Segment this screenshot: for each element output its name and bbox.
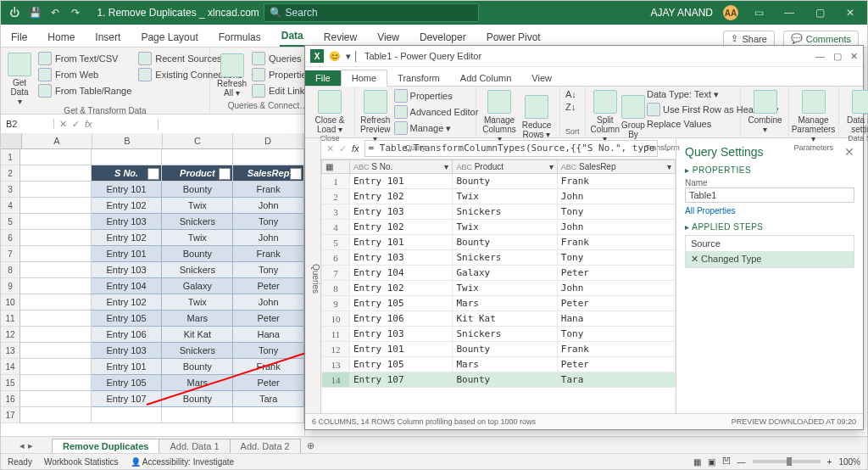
accept-formula-icon[interactable]: ✓ (72, 119, 80, 130)
all-properties-link[interactable]: All Properties (685, 206, 854, 215)
redo-icon[interactable]: ↷ (65, 3, 86, 22)
cell[interactable] (20, 214, 92, 230)
pq-cancel-icon[interactable]: ✕ (326, 143, 334, 154)
user-avatar[interactable]: AA (723, 5, 738, 20)
pq-cell[interactable]: Frank (557, 342, 675, 357)
from-web[interactable]: From Web (38, 67, 131, 82)
refresh-preview-button[interactable]: Refresh Preview ▾ (360, 90, 391, 143)
cell[interactable] (92, 407, 163, 423)
row-header[interactable]: 13 (1, 343, 20, 359)
pq-column-header[interactable]: ▦ (322, 160, 350, 174)
cell[interactable]: Entry 103 (92, 214, 163, 230)
pq-cell[interactable]: Entry 101 (350, 174, 453, 189)
col-header-A[interactable]: A (22, 133, 92, 148)
pq-column-header[interactable]: ABC SalesRep ▾ (557, 160, 675, 174)
maximize-icon[interactable]: ▢ (810, 3, 830, 22)
cell[interactable]: Snickers (162, 214, 233, 230)
cell[interactable]: Twix (162, 230, 233, 246)
cell[interactable] (20, 375, 92, 391)
pq-cell[interactable]: John (557, 220, 675, 235)
pq-cell[interactable]: Entry 106 (350, 311, 453, 327)
pq-cell[interactable]: Entry 103 (350, 327, 453, 342)
pq-cell[interactable]: Tony (557, 250, 675, 266)
pq-row-number[interactable]: 7 (322, 266, 350, 281)
row-header[interactable]: 12 (1, 327, 20, 343)
ribbon-tab-file[interactable]: File (9, 28, 29, 47)
pq-tab-transform[interactable]: Transform (387, 70, 450, 86)
pq-cell[interactable]: Entry 104 (350, 266, 453, 281)
row-header[interactable]: 17 (1, 407, 20, 423)
cell[interactable]: S No. (92, 165, 163, 182)
cell[interactable]: Entry 102 (92, 230, 163, 246)
close-icon[interactable]: ✕ (840, 3, 860, 22)
ribbon-mode-icon[interactable]: ▭ (748, 3, 769, 22)
cell[interactable] (20, 278, 92, 294)
col-header-D[interactable]: D (233, 133, 303, 148)
autosave-icon[interactable]: ⏻ (4, 3, 25, 22)
cell[interactable]: Product (162, 165, 233, 182)
cell[interactable]: Tara (233, 391, 304, 407)
cell[interactable]: Tony (233, 214, 304, 230)
sheet-grid[interactable]: A B C D 12S No.ProductSalesRep3Entry 101… (1, 133, 305, 439)
pq-row-number[interactable]: 8 (322, 281, 350, 296)
pq-cell[interactable]: Hana (557, 311, 675, 327)
step-source[interactable]: Source (686, 236, 854, 251)
cell[interactable] (20, 327, 92, 343)
cell[interactable] (20, 391, 92, 407)
pq-cell[interactable]: Frank (557, 235, 675, 250)
pq-cell[interactable]: Twix (453, 281, 557, 296)
cell[interactable]: Peter (233, 311, 304, 327)
pq-cell[interactable]: Peter (557, 266, 675, 281)
pq-row-number[interactable]: 13 (322, 357, 350, 372)
pq-cell[interactable]: Galaxy (453, 266, 557, 281)
cell[interactable]: Peter (233, 278, 304, 294)
cell[interactable] (20, 149, 92, 165)
sort-desc[interactable]: Z↓ (565, 101, 580, 113)
manage-columns-button[interactable]: Manage Columns ▾ (481, 90, 517, 143)
row-header[interactable]: 15 (1, 375, 20, 391)
combine-button[interactable]: Combine ▾ (746, 90, 785, 134)
pq-cell[interactable]: Twix (453, 189, 557, 204)
cell[interactable]: Snickers (162, 262, 233, 278)
pq-cell[interactable]: Entry 103 (350, 204, 453, 220)
row-header[interactable]: 9 (1, 278, 20, 294)
pq-cell[interactable]: Entry 101 (350, 342, 453, 357)
pq-row-number[interactable]: 4 (322, 220, 350, 235)
formula-dropdown-icon[interactable]: ⌄ (665, 145, 670, 153)
row-header[interactable]: 11 (1, 311, 20, 327)
ribbon-tab-developer[interactable]: Developer (418, 28, 468, 47)
pq-tab-home[interactable]: Home (341, 70, 387, 87)
name-box[interactable]: B2 (1, 119, 54, 129)
cell[interactable] (20, 165, 92, 182)
cell[interactable] (20, 294, 92, 311)
pq-cell[interactable]: Twix (453, 220, 557, 235)
row-header[interactable]: 16 (1, 391, 20, 407)
user-name[interactable]: AJAY ANAND (650, 7, 713, 19)
pq-tab-add-column[interactable]: Add Column (450, 70, 522, 86)
pq-column-header[interactable]: ABC S No. ▾ (350, 160, 453, 174)
pq-cell[interactable]: Bounty (453, 235, 557, 250)
pq-fx-icon[interactable]: fx (352, 143, 359, 154)
ribbon-tab-insert[interactable]: Insert (93, 28, 122, 47)
manage-parameters-button[interactable]: Manage Parameters ▾ (794, 90, 833, 143)
row-header[interactable]: 3 (1, 182, 20, 198)
ribbon-tab-power-pivot[interactable]: Power Pivot (485, 28, 542, 47)
minimize-icon[interactable]: — (779, 3, 799, 22)
cell[interactable]: Tony (233, 262, 304, 278)
pq-cell[interactable]: Bounty (453, 174, 557, 189)
pq-cell[interactable]: Entry 103 (350, 250, 453, 266)
col-header-C[interactable]: C (163, 133, 233, 148)
filter-dropdown-icon[interactable] (290, 168, 302, 180)
ribbon-tab-home[interactable]: Home (46, 28, 76, 47)
cell[interactable]: John (233, 230, 304, 246)
pq-cell[interactable]: Entry 101 (350, 235, 453, 250)
cell[interactable]: Twix (162, 198, 233, 214)
workbook-statistics[interactable]: Workbook Statistics (44, 457, 119, 467)
filter-dropdown-icon[interactable] (219, 168, 231, 180)
row-header[interactable]: 7 (1, 246, 20, 262)
pq-tab-view[interactable]: View (521, 70, 562, 86)
cell[interactable]: Kit Kat (162, 327, 233, 343)
data-source-settings-button[interactable]: Data sou setting (844, 90, 868, 134)
pq-cell[interactable]: John (557, 189, 675, 204)
cell[interactable] (20, 311, 92, 327)
